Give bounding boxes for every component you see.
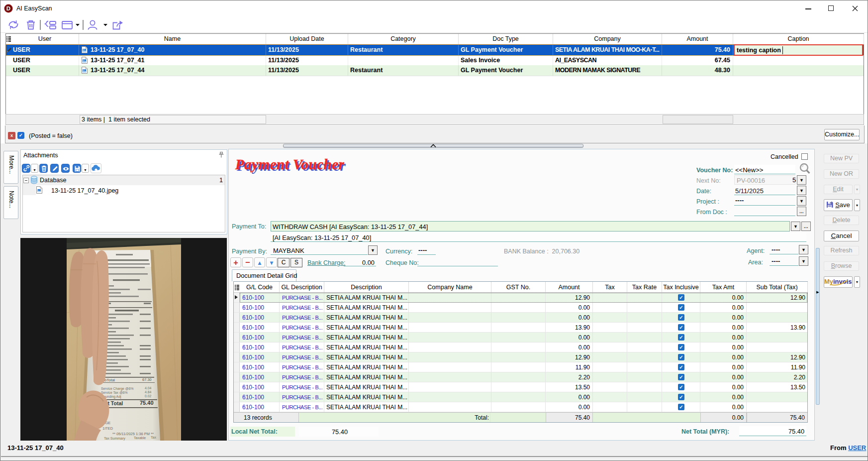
svg-text:D: D	[6, 5, 10, 11]
svg-text:invois: invois	[833, 278, 852, 285]
svg-text:My: My	[824, 278, 834, 285]
